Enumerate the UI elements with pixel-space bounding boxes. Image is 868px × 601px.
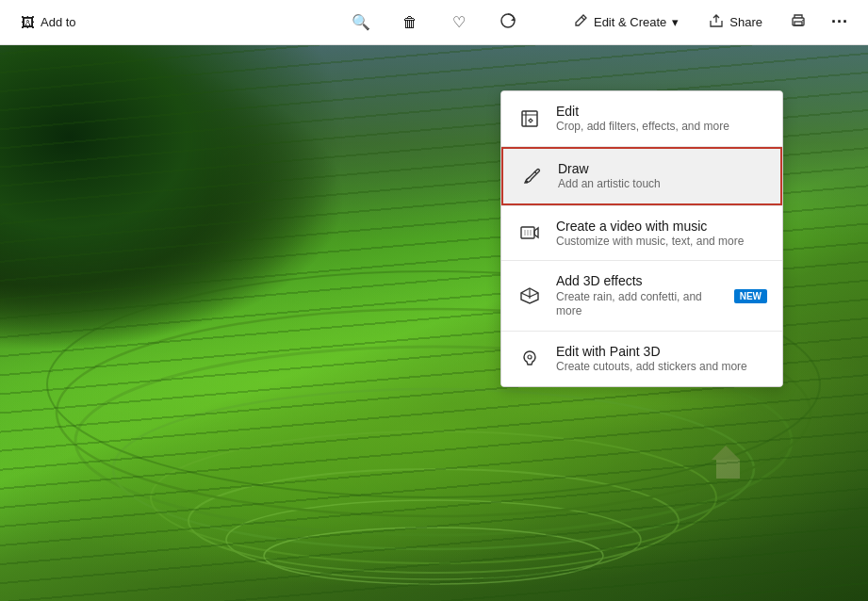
paint3d-menu-icon: [516, 346, 543, 372]
edit-menu-subtitle: Crop, add filters, effects, and more: [556, 120, 767, 135]
svg-point-9: [226, 500, 641, 579]
3d-menu-title: Add 3D effects: [556, 272, 721, 289]
rotate-icon: [500, 12, 516, 33]
toolbar-right: Edit & Create ▾ Share: [532, 6, 858, 40]
tree-overlay: [0, 45, 347, 351]
video-menu-title: Create a video with music: [556, 218, 767, 235]
edit-menu-icon: [516, 106, 543, 132]
favorite-icon: ♡: [452, 13, 466, 31]
3d-menu-icon: [516, 283, 543, 309]
draw-menu-icon: [518, 163, 545, 189]
svg-rect-15: [522, 111, 537, 126]
menu-item-edit[interactable]: Edit Crop, add filters, effects, and mor…: [501, 91, 782, 146]
svg-point-7: [151, 431, 716, 563]
toolbar-left: 🖼 Add to: [11, 8, 336, 36]
video-menu-icon: [516, 219, 543, 246]
draw-menu-title: Draw: [558, 160, 765, 177]
svg-point-8: [188, 469, 679, 573]
svg-point-6: [113, 389, 754, 549]
more-icon: ···: [831, 12, 848, 32]
edit-create-icon: [573, 13, 588, 31]
menu-item-draw[interactable]: Draw Add an artistic touch: [501, 147, 782, 205]
paint3d-menu-text: Edit with Paint 3D Create cutouts, add s…: [556, 343, 767, 375]
share-label: Share: [729, 15, 762, 29]
svg-rect-3: [794, 22, 802, 25]
more-button[interactable]: ···: [823, 6, 857, 40]
zoom-icon: 🔍: [352, 13, 370, 31]
svg-point-10: [264, 528, 603, 584]
new-badge: NEW: [734, 289, 767, 303]
draw-menu-text: Draw Add an artistic touch: [558, 160, 765, 192]
svg-point-16: [526, 180, 529, 183]
zoom-button[interactable]: 🔍: [344, 6, 378, 40]
paint3d-menu-subtitle: Create cutouts, add stickers and more: [556, 360, 767, 375]
3d-menu-text: Add 3D effects Create rain, add confetti…: [556, 272, 721, 318]
share-button[interactable]: Share: [697, 8, 774, 37]
svg-point-18: [528, 355, 532, 359]
add-to-label: Add to: [41, 15, 76, 29]
svg-point-4: [802, 19, 804, 21]
edit-menu-text: Edit Crop, add filters, effects, and mor…: [556, 103, 767, 135]
menu-item-3d[interactable]: Add 3D effects Create rain, add confetti…: [501, 261, 782, 330]
draw-menu-subtitle: Add an artistic touch: [558, 177, 765, 192]
paint3d-menu-title: Edit with Paint 3D: [556, 343, 767, 360]
print-button[interactable]: [781, 6, 815, 40]
menu-item-paint3d[interactable]: Edit with Paint 3D Create cutouts, add s…: [501, 332, 782, 386]
favorite-button[interactable]: ♡: [442, 6, 476, 40]
rotate-button[interactable]: [491, 6, 525, 40]
dropdown-arrow-icon: ▾: [672, 15, 679, 29]
edit-menu-title: Edit: [556, 103, 767, 120]
menu-item-video[interactable]: Create a video with music Customize with…: [501, 206, 782, 261]
svg-rect-13: [716, 460, 740, 479]
video-menu-subtitle: Customize with music, text, and more: [556, 235, 767, 250]
delete-icon: 🗑: [402, 14, 418, 31]
svg-marker-1: [511, 17, 515, 21]
share-icon: [709, 13, 724, 31]
svg-marker-14: [712, 446, 740, 460]
print-icon: [790, 12, 807, 33]
image-area: Edit Crop, add filters, effects, and mor…: [0, 45, 868, 601]
dropdown-menu: Edit Crop, add filters, effects, and mor…: [500, 90, 783, 387]
delete-button[interactable]: 🗑: [393, 6, 427, 40]
add-to-icon: 🖼: [21, 14, 35, 30]
toolbar-center: 🔍 🗑 ♡: [344, 6, 525, 40]
add-to-button[interactable]: 🖼 Add to: [11, 8, 86, 36]
toolbar: 🖼 Add to 🔍 🗑 ♡: [0, 0, 868, 45]
3d-menu-subtitle: Create rain, add confetti, and more: [556, 290, 721, 319]
edit-create-label: Edit & Create: [594, 15, 666, 29]
edit-create-button[interactable]: Edit & Create ▾: [562, 8, 690, 37]
video-menu-text: Create a video with music Customize with…: [556, 218, 767, 250]
